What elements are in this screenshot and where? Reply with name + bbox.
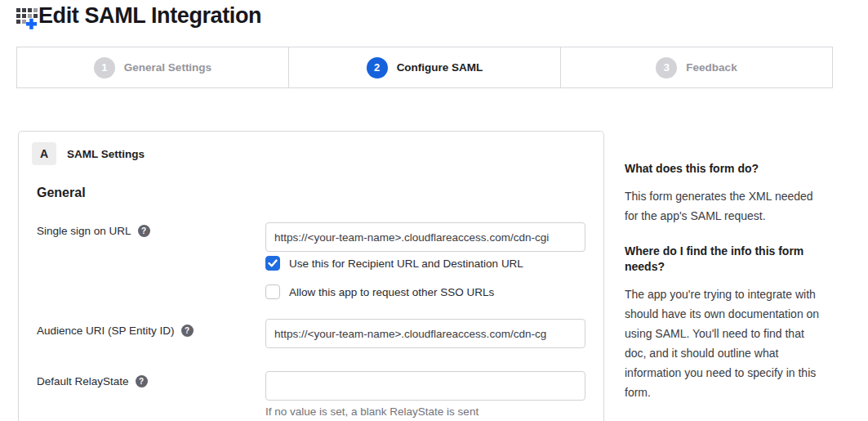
step-label: Configure SAML (397, 61, 483, 74)
recipient-url-checkbox-row: Use this for Recipient URL and Destinati… (265, 256, 523, 271)
help-question-icon[interactable]: ? (138, 225, 150, 237)
checkmark-icon (268, 259, 278, 267)
field-label-text: Single sign on URL (37, 225, 131, 237)
step-number-badge: 3 (656, 57, 677, 78)
default-relaystate-label: Default RelayState ? (37, 375, 148, 387)
help-question-icon[interactable]: ? (181, 325, 194, 337)
relaystate-hint: If no value is set, a blank RelayState i… (265, 405, 479, 418)
single-sign-on-url-label: Single sign on URL ? (37, 225, 150, 237)
section-a-badge: A (32, 142, 56, 165)
help-question-icon[interactable]: ? (136, 375, 148, 387)
help-heading-what: What does this form do? (625, 161, 829, 177)
other-sso-urls-checkbox-row: Allow this app to request other SSO URLs (265, 284, 494, 299)
edit-saml-integration-page: { "colors": { "accent_blue": "#1662dd", … (0, 0, 868, 421)
field-label-text: Audience URI (SP Entity ID) (37, 325, 175, 337)
step-wizard: 1 General Settings 2 Configure SAML 3 Fe… (16, 47, 833, 88)
single-sign-on-url-input[interactable] (265, 222, 585, 252)
checkbox-label: Allow this app to request other SSO URLs (289, 286, 494, 298)
step-label: Feedback (686, 61, 737, 74)
help-body-what: This form generates the XML needed for t… (625, 186, 829, 226)
other-sso-urls-checkbox[interactable] (265, 284, 280, 299)
section-title: SAML Settings (67, 148, 145, 160)
help-panel: What does this form do? This form genera… (625, 161, 829, 420)
audience-uri-input[interactable] (265, 319, 585, 348)
recipient-url-checkbox[interactable] (265, 256, 280, 271)
step-label: General Settings (124, 61, 211, 74)
grid-plus-icon (16, 6, 40, 31)
wizard-step-configure-saml[interactable]: 2 Configure SAML (288, 47, 560, 87)
checkbox-label: Use this for Recipient URL and Destinati… (289, 258, 523, 270)
default-relaystate-input[interactable] (265, 371, 585, 401)
wizard-step-feedback[interactable]: 3 Feedback (560, 47, 832, 87)
step-number-badge: 1 (94, 57, 115, 78)
saml-settings-card: A SAML Settings General Single sign on U… (18, 131, 604, 421)
page-title: Edit SAML Integration (38, 3, 261, 29)
audience-uri-label: Audience URI (SP Entity ID) ? (37, 325, 194, 337)
wizard-step-general-settings[interactable]: 1 General Settings (17, 47, 288, 87)
help-heading-where: Where do I find the info this form needs… (625, 244, 829, 275)
general-group-title: General (37, 186, 86, 200)
field-label-text: Default RelayState (37, 375, 129, 387)
help-body-where: The app you're trying to integrate with … (625, 284, 829, 402)
step-number-badge: 2 (367, 57, 388, 78)
